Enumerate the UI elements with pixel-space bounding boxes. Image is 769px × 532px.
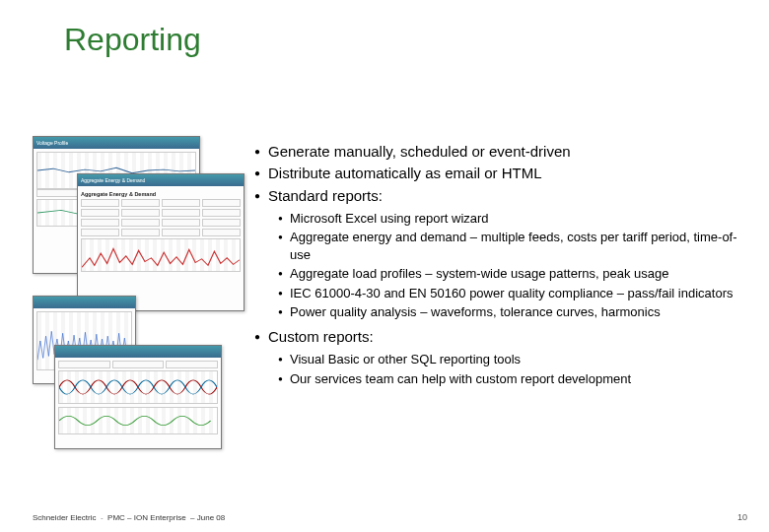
bullet-content: Generate manually, scheduled or event-dr… <box>254 142 745 393</box>
screenshot-label: Aggregate Energy & Demand <box>81 191 241 197</box>
bullet-main: Generate manually, scheduled or event-dr… <box>254 142 745 162</box>
bullet-main: Custom reports: Visual Basic or other SQ… <box>254 327 745 387</box>
bullet-sub: Aggregate load profiles – system-wide us… <box>278 265 745 283</box>
bullet-sub: Visual Basic or other SQL reporting tool… <box>278 351 745 368</box>
footer-left: Schneider Electric - PMC – ION Enterpris… <box>33 513 225 522</box>
footer-company: Schneider Electric <box>33 513 96 522</box>
bullet-main: Standard reports: Microsoft Excel using … <box>254 186 745 322</box>
bullet-text: Custom reports: <box>268 328 374 345</box>
footer-date: – June 08 <box>190 513 225 522</box>
bullet-sub: Aggregate energy and demand – multiple f… <box>278 229 745 263</box>
screenshot-aggregate-energy: Aggregate Energy & Demand Aggregate Ener… <box>77 173 245 311</box>
bullet-text: Standard reports: <box>268 187 383 204</box>
slide-title: Reporting <box>64 22 201 58</box>
bullet-sub: Microsoft Excel using report wizard <box>278 210 745 228</box>
screenshot-waveform <box>54 345 222 449</box>
bullet-main: Distribute automatically as email or HTM… <box>254 164 745 183</box>
footer-product: PMC – ION Enterprise <box>107 513 186 522</box>
bullet-sub: IEC 61000-4-30 and EN 50160 power qualit… <box>278 285 745 302</box>
bullet-sub: Our services team can help with custom r… <box>278 370 745 388</box>
report-screenshots-stack: Voltage Profile Aggregate Energy & Deman… <box>33 136 245 449</box>
bullet-sub: Power quality analysis – waveforms, tole… <box>278 303 745 321</box>
footer-sep: - <box>101 513 104 522</box>
slide: Reporting Voltage Profile Aggregate Ener… <box>0 0 769 532</box>
page-number: 10 <box>737 512 747 522</box>
